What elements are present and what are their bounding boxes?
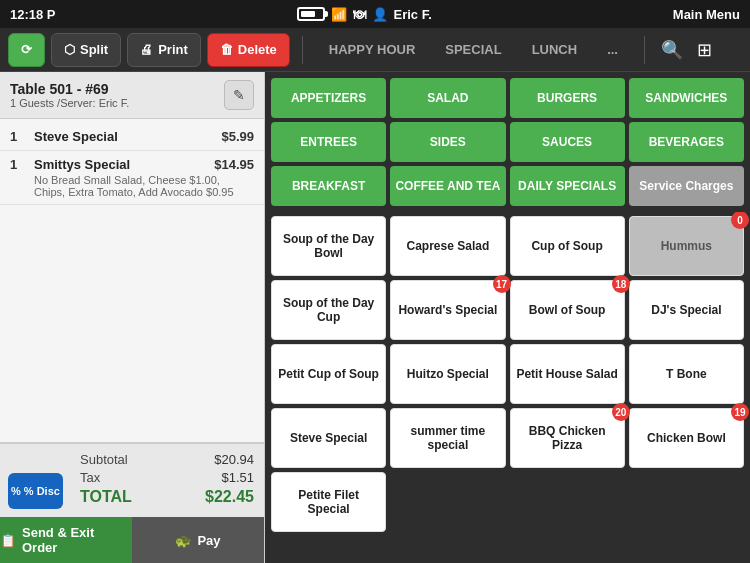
edit-button[interactable]: ✎ (224, 80, 254, 110)
menu-item-label: Cup of Soup (531, 239, 602, 253)
menu-item[interactable]: 18Bowl of Soup (510, 280, 625, 340)
menu-item[interactable]: 17Howard's Special (390, 280, 505, 340)
order-footer-area: % % Disc Subtotal $20.94 Tax $1.51 (0, 442, 264, 563)
menu-item-label: BBQ Chicken Pizza (515, 424, 620, 452)
menu-item[interactable]: Soup of the Day Bowl (271, 216, 386, 276)
menu-item[interactable]: 19Chicken Bowl (629, 408, 744, 468)
category-button[interactable]: BREAKFAST (271, 166, 386, 206)
item-badge: 19 (731, 403, 749, 421)
category-button[interactable]: COFFEE AND TEA (390, 166, 505, 206)
order-footer: % % Disc Subtotal $20.94 Tax $1.51 (0, 442, 264, 517)
order-title: Table 501 - #69 (10, 81, 129, 97)
menu-item[interactable]: Petit House Salad (510, 344, 625, 404)
item-badge: 20 (612, 403, 630, 421)
top-nav: ⟳ ⬡ Split 🖨 Print 🗑 Delete HAPPY HOUR SP… (0, 28, 750, 72)
menu-item[interactable]: T Bone (629, 344, 744, 404)
item-qty: 1 (10, 157, 34, 172)
category-button[interactable]: Service Charges (629, 166, 744, 206)
menu-items: Soup of the Day BowlCaprese SaladCup of … (265, 212, 750, 563)
order-panel: Table 501 - #69 1 Guests /Server: Eric F… (0, 72, 265, 563)
menu-item-label: Howard's Special (398, 303, 497, 317)
menu-item-label: Petit Cup of Soup (278, 367, 379, 381)
menu-item-label: Petite Filet Special (276, 488, 381, 516)
delete-button[interactable]: 🗑 Delete (207, 33, 290, 67)
menu-item[interactable]: Petit Cup of Soup (271, 344, 386, 404)
home-icon: ⟳ (21, 42, 32, 57)
split-icon: ⬡ (64, 42, 75, 57)
category-button[interactable]: DAILY SPECIALS (510, 166, 625, 206)
send-icon: 📋 (0, 533, 16, 548)
category-button[interactable]: APPETIZERS (271, 78, 386, 118)
item-badge: 17 (493, 275, 511, 293)
item-mods: No Bread Small Salad, Cheese $1.00, Chip… (34, 174, 254, 198)
total-value: $22.45 (205, 488, 254, 506)
delete-icon: 🗑 (220, 42, 233, 57)
grid-button[interactable]: ⊞ (693, 35, 716, 65)
menu-item[interactable]: DJ's Special (629, 280, 744, 340)
order-item[interactable]: 1 Smittys Special $14.95 No Bread Small … (0, 151, 264, 205)
menu-item[interactable]: Cup of Soup (510, 216, 625, 276)
menu-item[interactable]: Soup of the Day Cup (271, 280, 386, 340)
menu-item-label: Caprese Salad (407, 239, 490, 253)
menu-item-label: summer time special (395, 424, 500, 452)
discount-button[interactable]: % % Disc (8, 473, 63, 509)
item-badge: 0 (731, 212, 749, 229)
menu-item[interactable]: Petite Filet Special (271, 472, 386, 532)
split-button[interactable]: ⬡ Split (51, 33, 121, 67)
category-button[interactable]: ENTREES (271, 122, 386, 162)
item-name: Steve Special (34, 129, 221, 144)
menu-item[interactable]: Steve Special (271, 408, 386, 468)
item-qty: 1 (10, 129, 34, 144)
menu-item[interactable]: summer time special (390, 408, 505, 468)
tab-special[interactable]: SPECIAL (431, 36, 515, 63)
pay-icon: 🐢 (175, 533, 191, 548)
status-time: 12:18 P (10, 7, 56, 22)
category-button[interactable]: SANDWICHES (629, 78, 744, 118)
pay-button[interactable]: 🐢 Pay (132, 517, 264, 563)
item-name: Smittys Special (34, 157, 214, 172)
order-items: 1 Steve Special $5.99 1 Smittys Special … (0, 119, 264, 442)
center-icon: 🍽 (353, 7, 366, 22)
menu-item[interactable]: 20BBQ Chicken Pizza (510, 408, 625, 468)
total-label: TOTAL (80, 488, 132, 506)
percent-icon: % (11, 485, 21, 497)
print-icon: 🖨 (140, 42, 153, 57)
menu-item-label: Steve Special (290, 431, 367, 445)
battery-icon (297, 7, 325, 21)
category-button[interactable]: SIDES (390, 122, 505, 162)
tab-happy-hour[interactable]: HAPPY HOUR (315, 36, 429, 63)
menu-item-label: Hummus (661, 239, 712, 253)
menu-categories: APPETIZERSSALADBURGERSSANDWICHESENTREESS… (265, 72, 750, 212)
item-badge: 18 (612, 275, 630, 293)
send-exit-button[interactable]: 📋 Send & Exit Order (0, 517, 132, 563)
bottom-actions: 📋 Send & Exit Order 🐢 Pay (0, 517, 264, 563)
user-name: Eric F. (394, 7, 432, 22)
subtotal-label: Subtotal (80, 452, 128, 467)
tab-lunch[interactable]: LUNCH (518, 36, 592, 63)
search-button[interactable]: 🔍 (657, 35, 687, 65)
tab-more[interactable]: ... (593, 36, 632, 63)
tax-value: $1.51 (221, 470, 254, 485)
main-menu-title: Main Menu (673, 7, 740, 22)
menu-item-label: Petit House Salad (516, 367, 617, 381)
menu-item-label: Soup of the Day Bowl (276, 232, 381, 260)
item-price: $14.95 (214, 157, 254, 172)
order-header: Table 501 - #69 1 Guests /Server: Eric F… (0, 72, 264, 119)
home-button[interactable]: ⟳ (8, 33, 45, 67)
category-button[interactable]: BEVERAGES (629, 122, 744, 162)
menu-item[interactable]: Caprese Salad (390, 216, 505, 276)
order-sub: 1 Guests /Server: Eric F. (10, 97, 129, 109)
tax-label: Tax (80, 470, 100, 485)
wifi-icon: 📶 (331, 7, 347, 22)
status-bar: 12:18 P 📶 🍽 👤 Eric F. Main Menu (0, 0, 750, 28)
menu-item-label: Bowl of Soup (529, 303, 606, 317)
order-item[interactable]: 1 Steve Special $5.99 (0, 123, 264, 151)
menu-item[interactable]: Huitzo Special (390, 344, 505, 404)
menu-item[interactable]: 0Hummus (629, 216, 744, 276)
main-layout: Table 501 - #69 1 Guests /Server: Eric F… (0, 72, 750, 563)
print-button[interactable]: 🖨 Print (127, 33, 201, 67)
category-button[interactable]: SALAD (390, 78, 505, 118)
category-button[interactable]: BURGERS (510, 78, 625, 118)
menu-item-label: Chicken Bowl (647, 431, 726, 445)
category-button[interactable]: SAUCES (510, 122, 625, 162)
